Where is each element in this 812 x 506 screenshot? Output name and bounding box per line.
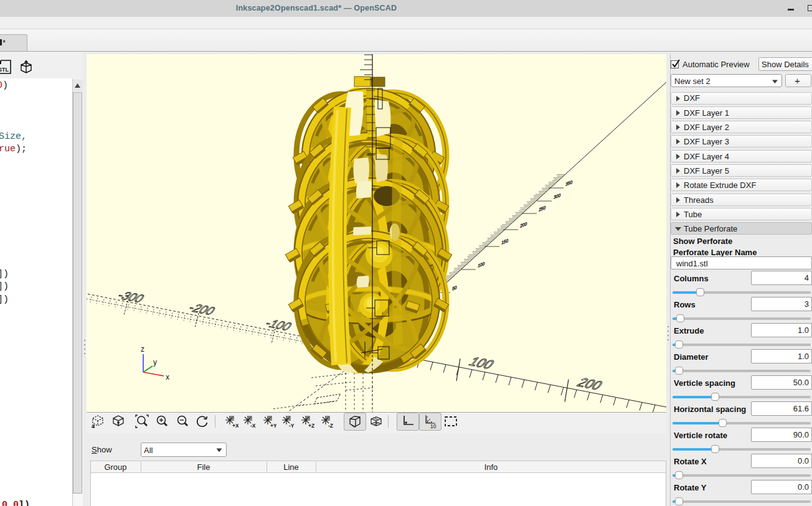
svg-text:STL: STL: [0, 67, 9, 73]
svg-text:-X: -X: [250, 423, 256, 429]
svg-text:+Z: +Z: [308, 423, 314, 429]
svg-text:-Y: -Y: [289, 423, 295, 429]
svg-text:-Z: -Z: [328, 423, 333, 429]
svg-text:+X: +X: [232, 423, 238, 429]
svg-text:y: y: [153, 358, 157, 367]
svg-text:x: x: [166, 373, 169, 382]
svg-text:z: z: [141, 345, 144, 354]
svg-text:+Y: +Y: [270, 423, 276, 429]
svg-text:10: 10: [430, 423, 437, 429]
